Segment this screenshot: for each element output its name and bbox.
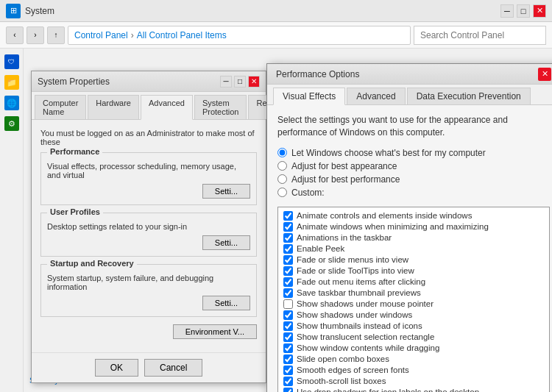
checkbox-input-12[interactable] (283, 343, 293, 353)
radio-custom-label: Custom: (291, 188, 325, 198)
radio-auto-input[interactable] (277, 148, 287, 157)
cp-sidebar: 🛡 📁 🌐 ⚙ (0, 49, 24, 392)
maximize-btn[interactable]: □ (517, 4, 530, 18)
radio-performance[interactable]: Adjust for best performance (277, 174, 550, 185)
radio-custom-input[interactable] (277, 188, 287, 197)
checkbox-input-10[interactable] (283, 321, 293, 331)
checkbox-item-5[interactable]: Fade or slide ToolTips into view (281, 266, 546, 277)
checkbox-item-7[interactable]: Save taskbar thumbnail previews (281, 288, 546, 299)
checkbox-item-10[interactable]: Show thumbnails instead of icons (281, 321, 546, 332)
up-btn[interactable]: ↑ (47, 26, 65, 44)
checkbox-label-6: Fade out menu items after clicking (297, 277, 425, 286)
checkbox-input-16[interactable] (283, 388, 293, 392)
tab-hardware[interactable]: Hardware (88, 95, 139, 119)
cp-window-icon: ⊞ (6, 4, 21, 18)
checkbox-input-3[interactable] (283, 244, 293, 254)
checkbox-input-15[interactable] (283, 377, 293, 386)
breadcrumb-sep-1: › (131, 30, 134, 40)
checkbox-input-14[interactable] (283, 366, 293, 375)
checkbox-label-1: Animate windows when minimizing and maxi… (297, 222, 489, 231)
checkbox-item-0[interactable]: Animate controls and elements inside win… (281, 210, 546, 221)
checkbox-input-5[interactable] (283, 266, 293, 276)
tab-computer-name[interactable]: Computer Name (35, 95, 86, 119)
tab-dep[interactable]: Data Execution Prevention (407, 88, 531, 104)
breadcrumb: Control Panel › All Control Panel Items (68, 26, 411, 45)
checkbox-item-4[interactable]: Fade or slide menus into view (281, 254, 546, 266)
tab-advanced[interactable]: Advanced (141, 95, 193, 120)
system-props-bottom-buttons: OK Cancel (32, 352, 266, 382)
checkbox-input-7[interactable] (283, 288, 293, 298)
performance-desc: Visual effects, processor scheduling, me… (47, 162, 250, 179)
perf-titlebar: Performance Options ✕ (267, 64, 552, 85)
checkbox-input-6[interactable] (283, 277, 293, 287)
search-input[interactable] (414, 26, 546, 45)
checkbox-item-2[interactable]: Animations in the taskbar (281, 232, 546, 243)
radio-performance-input[interactable] (277, 174, 287, 184)
sp-minimize[interactable]: ─ (220, 76, 232, 88)
checkbox-label-13: Slide open combo boxes (297, 354, 389, 363)
checkbox-input-2[interactable] (283, 233, 293, 243)
checkbox-label-3: Enable Peek (297, 244, 344, 253)
checkbox-input-8[interactable] (283, 299, 293, 309)
perf-close-btn[interactable]: ✕ (538, 68, 551, 81)
perf-content: Select the settings you want to use for … (267, 105, 552, 392)
sidebar-icon-network: 🌐 (4, 96, 19, 110)
checkbox-item-11[interactable]: Show translucent selection rectangle (281, 332, 546, 343)
checkbox-label-7: Save taskbar thumbnail previews (297, 288, 421, 297)
checkbox-item-15[interactable]: Smooth-scroll list boxes (281, 376, 546, 387)
checkbox-input-13[interactable] (283, 354, 293, 364)
startup-recovery-section: Startup and Recovery System startup, sys… (40, 264, 257, 317)
radio-appearance-label: Adjust for best appearance (291, 161, 397, 171)
checkbox-input-11[interactable] (283, 332, 293, 342)
forward-btn[interactable]: › (26, 26, 44, 44)
sp-close[interactable]: ✕ (248, 76, 260, 88)
cp-window-title: System (25, 6, 500, 16)
checkbox-input-0[interactable] (283, 211, 293, 221)
checkbox-input-1[interactable] (283, 222, 293, 232)
checkbox-item-9[interactable]: Show shadows under windows (281, 310, 546, 321)
checkbox-item-16[interactable]: Use drop shadows for icon labels on the … (281, 387, 546, 392)
checkbox-label-15: Smooth-scroll list boxes (297, 377, 386, 385)
sidebar-icon-folder: 📁 (4, 75, 19, 90)
user-profiles-settings-btn[interactable]: Setti... (202, 235, 250, 250)
startup-recovery-settings-btn[interactable]: Setti... (202, 296, 250, 310)
back-btn[interactable]: ‹ (6, 26, 24, 44)
tab-advanced-perf[interactable]: Advanced (347, 88, 405, 104)
checkbox-item-8[interactable]: Show shadows under mouse pointer (281, 299, 546, 310)
checkbox-item-6[interactable]: Fade out menu items after clicking (281, 277, 546, 288)
checkbox-item-14[interactable]: Smooth edges of screen fonts (281, 365, 546, 376)
perf-tabs: Visual Effects Advanced Data Execution P… (267, 85, 552, 105)
radio-appearance[interactable]: Adjust for best appearance (277, 161, 550, 171)
minimize-btn[interactable]: ─ (500, 4, 514, 18)
radio-auto-label: Let Windows choose what's best for my co… (291, 148, 486, 158)
perf-options-dialog: Performance Options ✕ Visual Effects Adv… (266, 63, 552, 392)
checkbox-label-0: Animate controls and elements inside win… (297, 211, 472, 220)
radio-group: Let Windows choose what's best for my co… (277, 148, 550, 198)
checkbox-label-11: Show translucent selection rectangle (297, 332, 434, 341)
control-panel-window: ⊞ System ─ □ ✕ ‹ › ↑ Control Panel › All… (0, 0, 552, 392)
visual-effects-list[interactable]: Animate controls and elements inside win… (277, 207, 550, 392)
radio-appearance-input[interactable] (277, 161, 287, 171)
radio-auto[interactable]: Let Windows choose what's best for my co… (277, 148, 550, 158)
performance-settings-btn[interactable]: Setti... (202, 184, 250, 199)
warning-text: You must be logged on as an Administrato… (40, 129, 257, 146)
tab-visual-effects[interactable]: Visual Effects (273, 88, 345, 105)
user-profiles-desc: Desktop settings related to your sign-in (47, 222, 250, 231)
checkbox-item-1[interactable]: Animate windows when minimizing and maxi… (281, 221, 546, 232)
perf-desc: Select the settings you want to use for … (277, 114, 550, 139)
environment-variables-btn[interactable]: Environment V... (173, 324, 257, 339)
checkbox-input-4[interactable] (283, 255, 293, 265)
checkbox-item-12[interactable]: Show window contents while dragging (281, 343, 546, 354)
checkbox-item-3[interactable]: Enable Peek (281, 243, 546, 254)
cancel-button[interactable]: Cancel (144, 359, 202, 377)
radio-custom[interactable]: Custom: (277, 188, 550, 198)
breadcrumb-cp[interactable]: Control Panel (74, 30, 128, 40)
perf-title: Performance Options (276, 69, 538, 79)
close-btn[interactable]: ✕ (533, 4, 546, 18)
tab-system-protection[interactable]: System Protection (194, 95, 247, 119)
sp-maximize[interactable]: □ (234, 76, 246, 88)
breadcrumb-all[interactable]: All Control Panel Items (137, 30, 227, 40)
ok-button[interactable]: OK (95, 359, 138, 377)
checkbox-input-9[interactable] (283, 310, 293, 320)
checkbox-item-13[interactable]: Slide open combo boxes (281, 354, 546, 365)
